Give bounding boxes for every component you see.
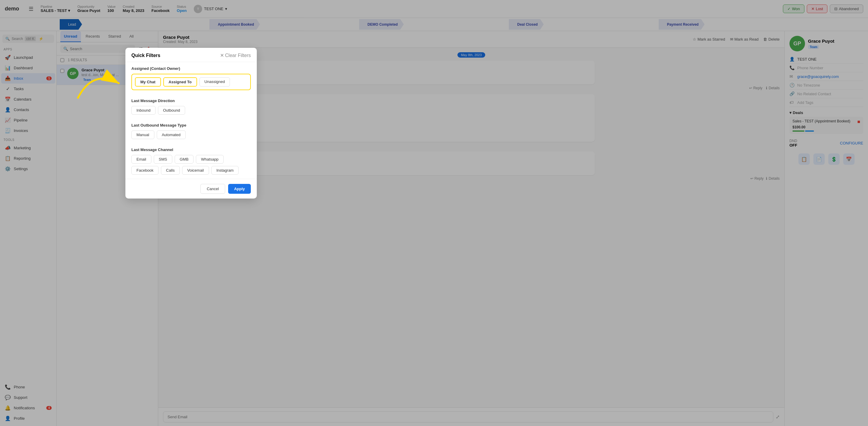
modal-overlay: Quick Filters ✕ Clear Filters Assigned (…	[0, 0, 868, 426]
assigned-options: My Chat Assigned To Unassigned	[131, 74, 251, 90]
assigned-section: Assigned (Contact Owner) My Chat Assigne…	[125, 62, 257, 90]
filter-voicemail[interactable]: Voicemail	[182, 166, 209, 175]
channel-options: Email SMS GMB Whatsapp Facebook Calls Vo…	[131, 155, 251, 175]
filter-assignedto[interactable]: Assigned To	[163, 77, 197, 87]
filter-sms[interactable]: SMS	[154, 155, 172, 164]
clear-filters-label: Clear Filters	[225, 53, 251, 58]
filter-inbound[interactable]: Inbound	[131, 106, 156, 114]
filter-facebook[interactable]: Facebook	[131, 166, 159, 175]
filter-gmb[interactable]: GMB	[175, 155, 194, 164]
direction-section: Last Message Direction Inbound Outbound	[125, 94, 257, 114]
modal-footer: Cancel Apply	[125, 179, 257, 199]
modal-header: Quick Filters ✕ Clear Filters	[125, 48, 257, 62]
apply-button[interactable]: Apply	[228, 184, 251, 194]
close-icon: ✕	[220, 53, 224, 58]
assigned-label: Assigned (Contact Owner)	[131, 66, 251, 71]
filter-whatsapp[interactable]: Whatsapp	[196, 155, 224, 164]
channel-label: Last Message Channel	[131, 148, 251, 152]
direction-label: Last Message Direction	[131, 99, 251, 103]
filter-unassigned[interactable]: Unassigned	[199, 77, 230, 87]
filter-email[interactable]: Email	[131, 155, 151, 164]
filter-calls[interactable]: Calls	[161, 166, 180, 175]
filter-automated[interactable]: Automated	[157, 130, 186, 139]
clear-filters-button[interactable]: ✕ Clear Filters	[220, 53, 251, 58]
filter-mychat[interactable]: My Chat	[135, 77, 161, 87]
direction-options: Inbound Outbound	[131, 106, 251, 114]
quick-filter-modal: Quick Filters ✕ Clear Filters Assigned (…	[125, 48, 257, 199]
outbound-type-options: Manual Automated	[131, 130, 251, 139]
outbound-type-label: Last Outbound Message Type	[131, 123, 251, 128]
channel-section: Last Message Channel Email SMS GMB Whats…	[125, 143, 257, 175]
filter-manual[interactable]: Manual	[131, 130, 154, 139]
outbound-type-section: Last Outbound Message Type Manual Automa…	[125, 119, 257, 139]
arrow-annotation	[69, 66, 128, 104]
modal-title: Quick Filters	[131, 53, 160, 58]
filter-outbound[interactable]: Outbound	[158, 106, 185, 114]
cancel-button[interactable]: Cancel	[200, 184, 225, 194]
filter-instagram[interactable]: Instagram	[211, 166, 239, 175]
